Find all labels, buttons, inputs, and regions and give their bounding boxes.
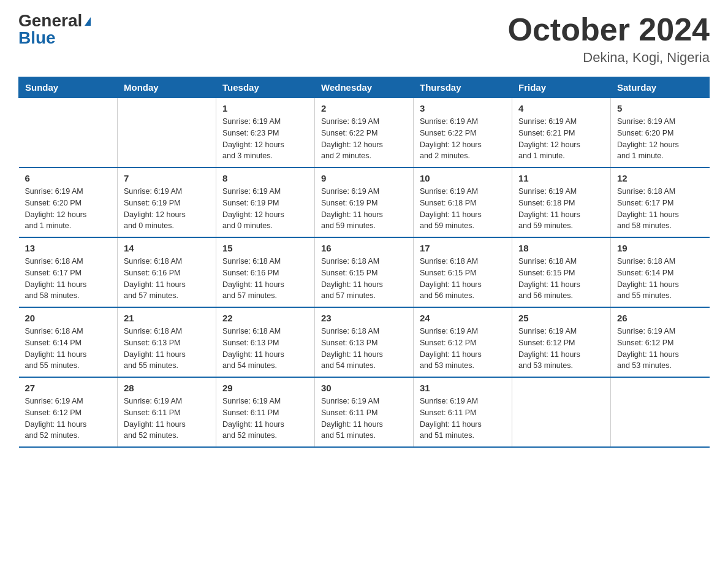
logo: General Blue	[18, 12, 91, 47]
calendar-cell: 4Sunrise: 6:19 AMSunset: 6:21 PMDaylight…	[512, 98, 611, 168]
day-info: Sunrise: 6:18 AMSunset: 6:14 PMDaylight:…	[25, 326, 112, 372]
day-info: Sunrise: 6:19 AMSunset: 6:11 PMDaylight:…	[222, 396, 308, 442]
week-row-4: 20Sunrise: 6:18 AMSunset: 6:14 PMDayligh…	[19, 307, 710, 377]
calendar-cell: 26Sunrise: 6:19 AMSunset: 6:12 PMDayligh…	[611, 307, 710, 377]
calendar-cell: 19Sunrise: 6:18 AMSunset: 6:14 PMDayligh…	[611, 237, 710, 307]
calendar-cell: 27Sunrise: 6:19 AMSunset: 6:12 PMDayligh…	[19, 377, 118, 447]
day-info: Sunrise: 6:18 AMSunset: 6:16 PMDaylight:…	[222, 256, 308, 302]
day-number: 12	[617, 173, 703, 183]
day-info: Sunrise: 6:19 AMSunset: 6:12 PMDaylight:…	[420, 326, 506, 372]
calendar-cell: 8Sunrise: 6:19 AMSunset: 6:19 PMDaylight…	[216, 167, 315, 237]
day-info: Sunrise: 6:18 AMSunset: 6:15 PMDaylight:…	[518, 256, 604, 302]
day-info: Sunrise: 6:19 AMSunset: 6:19 PMDaylight:…	[222, 186, 308, 232]
calendar-cell: 7Sunrise: 6:19 AMSunset: 6:19 PMDaylight…	[118, 167, 216, 237]
day-number: 2	[321, 103, 407, 113]
day-info: Sunrise: 6:19 AMSunset: 6:21 PMDaylight:…	[518, 116, 604, 162]
day-number: 13	[25, 243, 112, 253]
header-sunday: Sunday	[19, 77, 118, 98]
calendar-table: SundayMondayTuesdayWednesdayThursdayFrid…	[18, 77, 710, 448]
calendar-cell: 16Sunrise: 6:18 AMSunset: 6:15 PMDayligh…	[315, 237, 414, 307]
day-number: 10	[420, 173, 506, 183]
header-thursday: Thursday	[414, 77, 512, 98]
calendar-cell: 23Sunrise: 6:18 AMSunset: 6:13 PMDayligh…	[315, 307, 414, 377]
day-number: 14	[124, 243, 210, 253]
day-info: Sunrise: 6:19 AMSunset: 6:12 PMDaylight:…	[617, 326, 703, 372]
day-info: Sunrise: 6:19 AMSunset: 6:22 PMDaylight:…	[321, 116, 407, 162]
day-info: Sunrise: 6:19 AMSunset: 6:20 PMDaylight:…	[25, 186, 112, 232]
calendar-cell: 28Sunrise: 6:19 AMSunset: 6:11 PMDayligh…	[118, 377, 216, 447]
calendar-cell: 1Sunrise: 6:19 AMSunset: 6:23 PMDaylight…	[216, 98, 315, 168]
day-info: Sunrise: 6:19 AMSunset: 6:18 PMDaylight:…	[518, 186, 604, 232]
calendar-cell: 18Sunrise: 6:18 AMSunset: 6:15 PMDayligh…	[512, 237, 611, 307]
day-info: Sunrise: 6:19 AMSunset: 6:12 PMDaylight:…	[518, 326, 604, 372]
day-number: 9	[321, 173, 407, 183]
day-number: 29	[222, 383, 308, 393]
day-info: Sunrise: 6:19 AMSunset: 6:11 PMDaylight:…	[124, 396, 210, 442]
title-section: October 2024 Dekina, Kogi, Nigeria	[508, 12, 710, 66]
week-row-3: 13Sunrise: 6:18 AMSunset: 6:17 PMDayligh…	[19, 237, 710, 307]
calendar-cell: 13Sunrise: 6:18 AMSunset: 6:17 PMDayligh…	[19, 237, 118, 307]
location-title: Dekina, Kogi, Nigeria	[508, 50, 710, 66]
day-number: 3	[420, 103, 506, 113]
day-info: Sunrise: 6:19 AMSunset: 6:19 PMDaylight:…	[124, 186, 210, 232]
day-number: 16	[321, 243, 407, 253]
day-number: 5	[617, 103, 703, 113]
header-saturday: Saturday	[611, 77, 710, 98]
logo-blue-text: Blue	[18, 28, 56, 47]
day-number: 7	[124, 173, 210, 183]
logo-general-text: General	[18, 11, 82, 30]
day-info: Sunrise: 6:18 AMSunset: 6:14 PMDaylight:…	[617, 256, 703, 302]
day-info: Sunrise: 6:19 AMSunset: 6:18 PMDaylight:…	[420, 186, 506, 232]
calendar-cell: 14Sunrise: 6:18 AMSunset: 6:16 PMDayligh…	[118, 237, 216, 307]
calendar-header-row: SundayMondayTuesdayWednesdayThursdayFrid…	[19, 77, 710, 98]
day-info: Sunrise: 6:18 AMSunset: 6:13 PMDaylight:…	[321, 326, 407, 372]
calendar-cell: 11Sunrise: 6:19 AMSunset: 6:18 PMDayligh…	[512, 167, 611, 237]
page-header: General Blue October 2024 Dekina, Kogi, …	[18, 12, 710, 66]
calendar-cell: 2Sunrise: 6:19 AMSunset: 6:22 PMDaylight…	[315, 98, 414, 168]
day-number: 28	[124, 383, 210, 393]
day-info: Sunrise: 6:18 AMSunset: 6:13 PMDaylight:…	[124, 326, 210, 372]
day-number: 26	[617, 313, 703, 323]
calendar-cell	[19, 98, 118, 168]
week-row-2: 6Sunrise: 6:19 AMSunset: 6:20 PMDaylight…	[19, 167, 710, 237]
day-info: Sunrise: 6:19 AMSunset: 6:22 PMDaylight:…	[420, 116, 506, 162]
day-number: 27	[25, 383, 112, 393]
day-info: Sunrise: 6:18 AMSunset: 6:13 PMDaylight:…	[222, 326, 308, 372]
calendar-cell: 9Sunrise: 6:19 AMSunset: 6:19 PMDaylight…	[315, 167, 414, 237]
day-info: Sunrise: 6:19 AMSunset: 6:11 PMDaylight:…	[420, 396, 506, 442]
day-info: Sunrise: 6:19 AMSunset: 6:12 PMDaylight:…	[25, 396, 112, 442]
day-number: 21	[124, 313, 210, 323]
week-row-5: 27Sunrise: 6:19 AMSunset: 6:12 PMDayligh…	[19, 377, 710, 447]
day-number: 23	[321, 313, 407, 323]
calendar-cell	[118, 98, 216, 168]
calendar-cell: 29Sunrise: 6:19 AMSunset: 6:11 PMDayligh…	[216, 377, 315, 447]
calendar-cell: 30Sunrise: 6:19 AMSunset: 6:11 PMDayligh…	[315, 377, 414, 447]
day-info: Sunrise: 6:19 AMSunset: 6:23 PMDaylight:…	[222, 116, 308, 162]
day-number: 17	[420, 243, 506, 253]
day-number: 1	[222, 103, 308, 113]
logo-triangle-icon	[85, 17, 91, 26]
day-number: 25	[518, 313, 604, 323]
day-number: 11	[518, 173, 604, 183]
calendar-cell: 6Sunrise: 6:19 AMSunset: 6:20 PMDaylight…	[19, 167, 118, 237]
day-info: Sunrise: 6:18 AMSunset: 6:17 PMDaylight:…	[617, 186, 703, 232]
header-monday: Monday	[118, 77, 216, 98]
logo-general-line: General	[18, 12, 91, 29]
header-tuesday: Tuesday	[216, 77, 315, 98]
calendar-cell: 12Sunrise: 6:18 AMSunset: 6:17 PMDayligh…	[611, 167, 710, 237]
day-info: Sunrise: 6:18 AMSunset: 6:15 PMDaylight:…	[420, 256, 506, 302]
day-info: Sunrise: 6:18 AMSunset: 6:17 PMDaylight:…	[25, 256, 112, 302]
header-friday: Friday	[512, 77, 611, 98]
month-title: October 2024	[508, 12, 710, 47]
calendar-cell	[512, 377, 611, 447]
header-wednesday: Wednesday	[315, 77, 414, 98]
day-number: 19	[617, 243, 703, 253]
calendar-cell: 24Sunrise: 6:19 AMSunset: 6:12 PMDayligh…	[414, 307, 512, 377]
day-number: 18	[518, 243, 604, 253]
day-info: Sunrise: 6:18 AMSunset: 6:16 PMDaylight:…	[124, 256, 210, 302]
day-info: Sunrise: 6:18 AMSunset: 6:15 PMDaylight:…	[321, 256, 407, 302]
calendar-cell: 5Sunrise: 6:19 AMSunset: 6:20 PMDaylight…	[611, 98, 710, 168]
day-number: 8	[222, 173, 308, 183]
calendar-cell: 3Sunrise: 6:19 AMSunset: 6:22 PMDaylight…	[414, 98, 512, 168]
day-info: Sunrise: 6:19 AMSunset: 6:11 PMDaylight:…	[321, 396, 407, 442]
